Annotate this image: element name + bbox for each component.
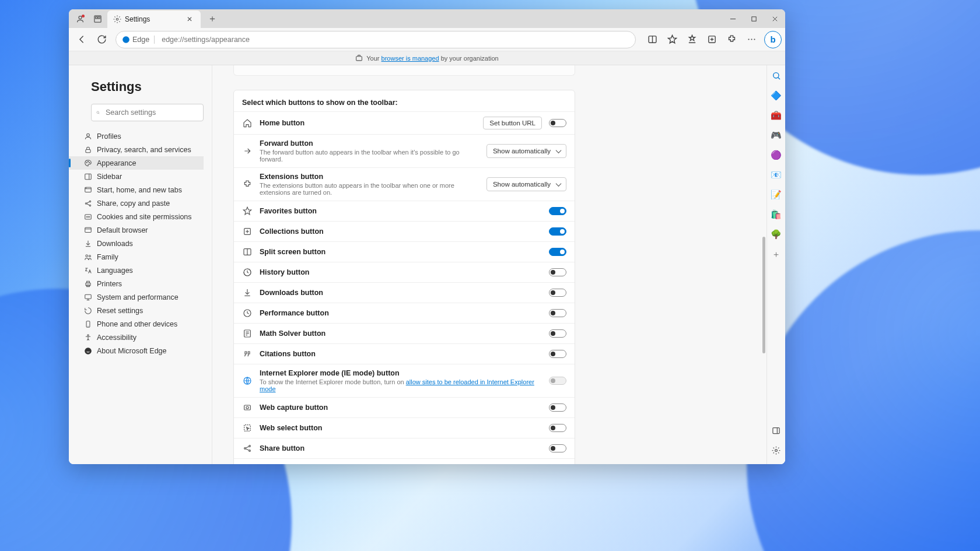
collections-toggle[interactable] xyxy=(549,227,566,236)
nav-item-start[interactable]: Start, home, and new tabs xyxy=(69,183,204,196)
sidebar-tools-icon[interactable]: 🧰 xyxy=(769,108,783,122)
extensions-desc: The extensions button auto appears in th… xyxy=(260,182,480,196)
tab-actions-button[interactable] xyxy=(90,11,105,26)
settings-search[interactable] xyxy=(91,104,204,121)
window-close-button[interactable] xyxy=(764,9,785,28)
math-label: Math Solver button xyxy=(260,329,542,338)
svg-rect-23 xyxy=(86,149,90,152)
svg-point-34 xyxy=(89,205,90,206)
sidebar-games-icon[interactable]: 🎮 xyxy=(769,128,783,142)
svg-line-75 xyxy=(246,449,249,451)
favorites-label: Favorites button xyxy=(260,207,542,215)
sidebar-search-icon[interactable] xyxy=(769,69,783,83)
webcapture-label: Web capture button xyxy=(260,403,542,412)
sidebar-settings-icon[interactable] xyxy=(769,443,783,457)
home-toggle[interactable] xyxy=(549,119,566,127)
bing-button[interactable]: b xyxy=(764,31,782,48)
downloads-toggle[interactable] xyxy=(549,289,566,297)
menu-button[interactable] xyxy=(742,30,761,49)
back-button[interactable] xyxy=(72,30,91,49)
history-toggle[interactable] xyxy=(549,268,566,276)
nav-item-lock[interactable]: Privacy, search, and services xyxy=(69,143,204,156)
nav-item-share[interactable]: Share, copy and paste xyxy=(69,196,204,210)
nav-item-label: Default browser xyxy=(97,226,148,234)
favorite-button[interactable] xyxy=(663,30,681,49)
profile-button[interactable] xyxy=(72,11,88,26)
address-bar[interactable]: Edge edge://settings/appearance xyxy=(116,31,636,48)
sidebar-office-icon[interactable]: 🟣 xyxy=(769,148,783,162)
split-screen-button[interactable] xyxy=(643,30,662,49)
split-toggle[interactable] xyxy=(549,248,566,256)
nav-item-default[interactable]: Default browser xyxy=(69,223,204,237)
sidebar-drop-icon[interactable]: 📝 xyxy=(769,188,783,202)
tab-close-button[interactable]: ✕ xyxy=(184,14,195,24)
sidebar-add-icon[interactable]: ＋ xyxy=(769,247,783,261)
window-minimize-button[interactable] xyxy=(722,9,743,28)
nav-item-label: About Microsoft Edge xyxy=(97,347,167,355)
nav-item-phone[interactable]: Phone and other devices xyxy=(69,317,204,331)
svg-point-73 xyxy=(249,450,251,452)
math-toggle[interactable] xyxy=(549,329,566,338)
refresh-button[interactable] xyxy=(92,30,111,49)
svg-rect-41 xyxy=(85,227,92,232)
math-icon xyxy=(242,328,253,339)
sidebar-tree-icon[interactable]: 🌳 xyxy=(769,227,783,241)
managed-link[interactable]: browser is managed xyxy=(382,55,439,62)
settings-content[interactable]: Select which buttons to show on the tool… xyxy=(212,65,766,464)
nav-item-cookies[interactable]: Cookies and site permissions xyxy=(69,210,204,223)
new-tab-button[interactable]: ＋ xyxy=(204,10,220,27)
nav-item-reset[interactable]: Reset settings xyxy=(69,304,204,317)
collections-label: Collections button xyxy=(260,227,542,236)
nav-item-label: Share, copy and paste xyxy=(97,199,170,208)
nav-item-about[interactable]: About Microsoft Edge xyxy=(69,344,204,357)
row-math: Math Solver button xyxy=(234,323,575,343)
nav-item-profile[interactable]: Profiles xyxy=(69,129,204,143)
favorites-list-button[interactable] xyxy=(682,30,701,49)
performance-toggle[interactable] xyxy=(549,309,566,317)
appearance-icon xyxy=(84,159,92,167)
nav-item-system[interactable]: System and performance xyxy=(69,290,204,304)
collections-button[interactable] xyxy=(702,30,721,49)
shareb-icon xyxy=(242,443,253,454)
settings-search-input[interactable] xyxy=(104,108,198,117)
svg-line-36 xyxy=(87,203,90,205)
scrollbar-thumb[interactable] xyxy=(762,237,765,353)
nav-item-sidebar[interactable]: Sidebar xyxy=(69,170,204,183)
ie-desc: To show the Internet Explorer mode butto… xyxy=(260,378,542,392)
webcapture-toggle[interactable] xyxy=(549,403,566,412)
nav-item-download[interactable]: Downloads xyxy=(69,237,204,250)
extensions-dropdown[interactable]: Show automatically xyxy=(487,177,566,191)
sidebar-outlook-icon[interactable]: 📧 xyxy=(769,168,783,182)
ie-desc-link[interactable]: allow sites to be reloaded in Internet E… xyxy=(260,378,534,392)
site-identity[interactable]: Edge xyxy=(122,36,155,44)
sidebar-shopping-icon[interactable]: 🔷 xyxy=(769,89,783,103)
row-feedback: Feedback button xyxy=(234,458,575,464)
window-maximize-button[interactable] xyxy=(743,9,764,28)
citations-toggle[interactable] xyxy=(549,350,566,358)
section-header: Select which buttons to show on the tool… xyxy=(234,90,575,111)
split-label: Split screen button xyxy=(260,248,542,256)
phone-icon xyxy=(84,320,92,328)
site-identity-label: Edge xyxy=(132,36,149,44)
extensions-button[interactable] xyxy=(722,30,741,49)
nav-item-accessibility[interactable]: Accessibility xyxy=(69,331,204,344)
nav-item-languages[interactable]: Languages xyxy=(69,264,204,277)
sidebar-hide-icon[interactable] xyxy=(769,423,783,437)
forward-dropdown[interactable]: Show automatically xyxy=(487,144,566,158)
shareb-toggle[interactable] xyxy=(549,444,566,452)
nav-item-appearance[interactable]: Appearance xyxy=(69,156,204,170)
nav-item-family[interactable]: Family xyxy=(69,250,204,264)
sidebar-image-icon[interactable]: 🛍️ xyxy=(769,208,783,222)
favorites-toggle[interactable] xyxy=(549,207,566,215)
svg-rect-80 xyxy=(773,427,779,433)
row-citations: Citations button xyxy=(234,343,575,364)
webselect-toggle[interactable] xyxy=(549,424,566,432)
home-extra-button[interactable]: Set button URL xyxy=(483,117,542,129)
svg-point-33 xyxy=(89,201,90,202)
nav-item-printers[interactable]: Printers xyxy=(69,277,204,290)
download-icon xyxy=(84,240,92,248)
start-icon xyxy=(84,186,92,194)
tab-settings[interactable]: Settings ✕ xyxy=(107,10,201,28)
forward-label: Forward button xyxy=(260,139,480,148)
favorites-icon xyxy=(242,206,253,216)
